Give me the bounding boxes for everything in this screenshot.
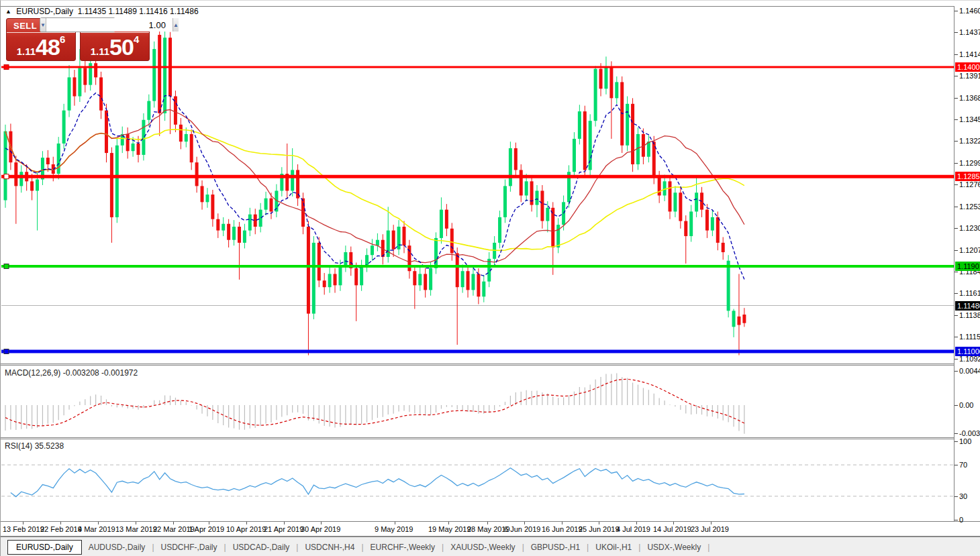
price-badge: 1.11901	[955, 262, 980, 271]
line-handle[interactable]	[4, 264, 9, 269]
candle-body	[456, 253, 459, 287]
rsi-tick-mark	[954, 465, 958, 465]
date-tick-mark	[246, 522, 247, 524]
chart-tab-eurchf-weekly[interactable]: EURCHF-,Weekly	[364, 540, 442, 555]
candle-body	[658, 176, 661, 195]
date-tick-mark	[562, 522, 562, 524]
macd-indicator-pane[interactable]	[1, 366, 954, 437]
date-tick-label: 6 Jun 2019	[504, 525, 540, 533]
date-tick-mark	[136, 522, 136, 524]
one-click-trade-panel: SELL 1.11486 BUY 1.11504 ▼ ▲	[6, 18, 150, 61]
candle-body	[418, 274, 422, 285]
chart-tab-xauusd-weekly[interactable]: XAUUSD-,Weekly	[444, 540, 522, 555]
sell-price[interactable]: 1.11486	[7, 34, 75, 58]
candle-body	[716, 217, 720, 243]
price-tick-label: 1.13455	[959, 115, 980, 123]
rsi-splitter-bottom[interactable]	[1, 439, 980, 439]
chart-tab-usdcnh-h4[interactable]: USDCNH-,H4	[298, 540, 361, 555]
chart-tab-usdx-weekly[interactable]: USDX-,Weekly	[640, 540, 707, 555]
candle-body	[201, 186, 204, 202]
candle-body	[573, 139, 576, 172]
date-tick-mark	[711, 522, 712, 524]
candle-body	[14, 162, 17, 186]
candle-body	[185, 134, 188, 142]
date-tick-label: 16 Jun 2019	[542, 525, 583, 533]
price-tick-label: 1.14375	[959, 28, 980, 36]
price-tick-label: 1.11385	[959, 311, 980, 319]
candle-body	[291, 170, 294, 190]
date-tick-mark	[321, 522, 322, 524]
macd-name: MACD(12,26,9)	[5, 368, 60, 378]
price-tick-label: 1.12075	[959, 246, 980, 254]
date-tick-label: 4 Mar 2019	[78, 525, 115, 533]
price-tick-label: 1.13915	[959, 72, 980, 80]
candle-body	[152, 49, 156, 101]
price-tick-mark	[954, 119, 958, 120]
chart-tab-usdcad-daily[interactable]: USDCAD-,Daily	[226, 540, 297, 555]
line-handle[interactable]	[4, 174, 9, 179]
line-handle[interactable]	[4, 349, 9, 353]
rsi-tick-label: 100	[959, 437, 971, 445]
candle-body	[445, 210, 448, 229]
trading-terminal-window: MACD(12,26,9) -0.003208 -0.001972 RSI(14…	[0, 0, 980, 556]
chart-tab-usdchf-daily[interactable]: USDCHF-,Daily	[154, 540, 224, 555]
candle-body	[551, 208, 554, 247]
candle-body	[742, 315, 746, 323]
chart-tab-gbpusd-h1[interactable]: GBPUSD-,H1	[524, 540, 587, 555]
candle-body	[307, 227, 310, 314]
rsi-tick-label: 0	[959, 516, 963, 524]
date-tick-label: 30 Apr 2019	[301, 525, 340, 533]
date-tick-label: 13 Mar 2019	[115, 525, 157, 533]
price-tick-label: 1.13225	[959, 137, 980, 145]
price-tick-label: 1.13685	[959, 94, 980, 102]
macd-splitter-bottom[interactable]	[1, 365, 980, 366]
chart-tab-ukoil-h1[interactable]: UKOil-,H1	[589, 540, 638, 555]
candle-body	[72, 77, 76, 96]
date-tick-mark	[636, 522, 637, 524]
candle-body	[467, 271, 470, 290]
macd-splitter-top[interactable]	[1, 364, 980, 364]
macd-main-value: -0.003208	[63, 368, 99, 378]
volume-input[interactable]	[46, 18, 173, 32]
macd-tick-label: 0.004465	[959, 367, 980, 375]
candle-body	[158, 35, 161, 113]
chevron-down-icon: ▼	[40, 22, 46, 28]
price-axis[interactable]: 1.146051.143751.141451.139151.136851.134…	[954, 6, 980, 521]
tab-separator: |	[707, 543, 709, 552]
sell-price-sup: 6	[60, 34, 65, 45]
candle-body	[115, 146, 119, 217]
chart-tab-bar: EURUSD-,DailyAUDUSD-,Daily|USDCHF-,Daily…	[1, 537, 980, 556]
sell-button-label[interactable]: SELL	[13, 21, 37, 31]
price-tick-label: 1.14145	[959, 50, 980, 58]
volume-decrease-button[interactable]: ▼	[40, 18, 46, 32]
rsi-splitter-top[interactable]	[1, 437, 980, 438]
candle-body	[578, 111, 581, 139]
rsi-tick-mark	[954, 441, 958, 442]
candle-body	[248, 215, 252, 231]
date-axis[interactable]: 13 Feb 201922 Feb 20194 Mar 201913 Mar 2…	[1, 522, 954, 536]
candle-body	[62, 111, 66, 144]
volume-increase-button[interactable]: ▲	[173, 18, 179, 32]
candle-body	[434, 238, 438, 268]
chart-tab-eurusd-daily[interactable]: EURUSD-,Daily	[7, 540, 82, 555]
candle-body	[514, 148, 518, 170]
price-tick-mark	[954, 293, 958, 294]
candle-body	[195, 162, 199, 186]
buy-price[interactable]: 1.11504	[81, 34, 149, 58]
candle-body	[243, 231, 246, 243]
price-tick-label: 1.11615	[959, 289, 980, 297]
sell-price-big: 48	[36, 34, 60, 60]
candle-body	[525, 181, 528, 195]
date-tick-mark	[673, 522, 674, 524]
candle-body	[669, 181, 672, 211]
rsi-indicator-pane[interactable]	[1, 440, 954, 520]
macd-signal-line	[5, 379, 744, 426]
candle-body	[392, 231, 395, 249]
candle-body	[599, 69, 603, 89]
line-handle[interactable]	[4, 65, 9, 70]
uptick-triangle-icon: ▲	[5, 8, 11, 15]
candle-body	[132, 144, 135, 151]
candle-body	[722, 243, 725, 252]
chart-tab-audusd-daily[interactable]: AUDUSD-,Daily	[82, 540, 152, 555]
rsi-label: RSI(14) 35.5238	[5, 441, 64, 451]
